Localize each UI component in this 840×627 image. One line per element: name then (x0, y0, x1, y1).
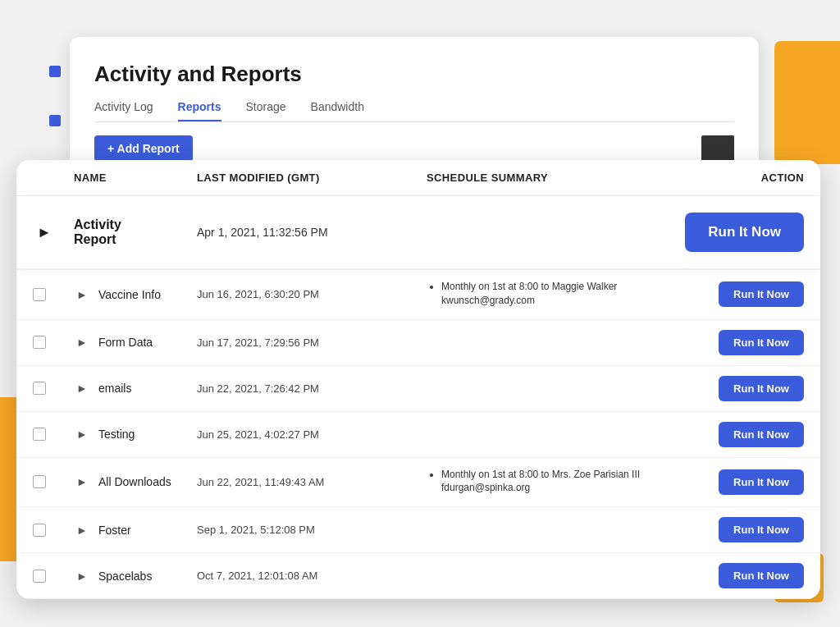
row-date: Jun 16, 2021, 6:30:20 PM (197, 288, 427, 300)
row-name: Foster (95, 524, 131, 537)
featured-run-button[interactable]: Run It Now (685, 213, 804, 252)
row-date: Jun 22, 2021, 11:49:43 AM (197, 476, 427, 488)
row-checkbox[interactable] (33, 336, 46, 349)
run-button[interactable]: Run It Now (719, 330, 804, 355)
row-checkbox-cell (33, 336, 74, 349)
row-name: Spacelabs (95, 570, 152, 583)
row-name: Vaccine Info (95, 288, 161, 301)
run-button[interactable]: Run It Now (719, 281, 804, 307)
table-row: ► Form Data Jun 17, 2021, 7:29:56 PM Run… (16, 320, 820, 366)
run-button[interactable]: Run It Now (719, 563, 804, 588)
row-action-cell: Run It Now (656, 330, 804, 355)
row-expand-chevron[interactable]: ► (74, 426, 90, 442)
row-schedule: Monthly on 1st at 8:00 to Maggie Walkerk… (427, 280, 656, 309)
row-schedule: Monthly on 1st at 8:00 to Mrs. Zoe Paris… (427, 468, 656, 497)
row-expand-chevron[interactable]: ► (74, 380, 90, 396)
row-checkbox-cell (33, 475, 74, 488)
yellow-accent-right (774, 41, 840, 164)
header-schedule-summary: SCHEDULE SUMMARY (427, 172, 656, 184)
back-card: Activity and Reports Activity Log Report… (70, 37, 759, 178)
featured-row-nav: ► (33, 221, 74, 244)
row-checkbox[interactable] (33, 570, 46, 583)
featured-row-chevron[interactable]: ► (33, 221, 56, 244)
row-name-col: ► Spacelabs (74, 568, 197, 584)
featured-action-cell: Run It Now (656, 213, 804, 252)
run-button[interactable]: Run It Now (719, 469, 804, 495)
tab-bar: Activity Log Reports Storage Bandwidth (94, 100, 734, 122)
row-checkbox[interactable] (33, 524, 46, 537)
header-name: NAME (74, 172, 197, 184)
row-action-cell: Run It Now (656, 422, 804, 447)
row-expand-chevron[interactable]: ► (74, 334, 90, 350)
row-date: Sep 1, 2021, 5:12:08 PM (197, 524, 427, 536)
row-checkbox[interactable] (33, 475, 46, 488)
table-row: ► Spacelabs Oct 7, 2021, 12:01:08 AM Run… (16, 553, 820, 599)
featured-row: ► ActivityReport Apr 1, 2021, 11:32:56 P… (16, 196, 820, 270)
row-date: Jun 22, 2021, 7:26:42 PM (197, 382, 427, 395)
row-name-col: ► All Downloads (74, 474, 197, 490)
row-action-cell: Run It Now (656, 517, 804, 542)
header-action: ACTION (656, 172, 804, 184)
table-row: ► Foster Sep 1, 2021, 5:12:08 PM Run It … (16, 507, 820, 553)
row-action-cell: Run It Now (656, 469, 804, 495)
header-checkbox-spacer (33, 172, 74, 184)
row-expand-chevron[interactable]: ► (74, 568, 90, 584)
row-checkbox-cell (33, 570, 74, 583)
row-action-cell: Run It Now (656, 563, 804, 588)
featured-row-name-col: ActivityReport (74, 217, 197, 247)
tab-bandwidth[interactable]: Bandwidth (311, 100, 364, 121)
row-name: emails (95, 382, 131, 395)
row-checkbox[interactable] (33, 288, 46, 301)
featured-report-name: ActivityReport (74, 217, 197, 247)
row-name: Form Data (95, 336, 153, 349)
tab-activity-log[interactable]: Activity Log (94, 100, 153, 121)
table-rows: ► Vaccine Info Jun 16, 2021, 6:30:20 PM … (16, 270, 820, 599)
blue-dot-mid (49, 115, 61, 126)
featured-report-date: Apr 1, 2021, 11:32:56 PM (197, 226, 427, 239)
table-row: ► All Downloads Jun 22, 2021, 11:49:43 A… (16, 458, 820, 508)
row-checkbox-cell (33, 524, 74, 537)
row-checkbox-cell (33, 428, 74, 441)
row-name-col: ► Testing (74, 426, 197, 442)
page-title: Activity and Reports (94, 62, 734, 87)
row-expand-chevron[interactable]: ► (74, 286, 90, 303)
run-button[interactable]: Run It Now (719, 422, 804, 447)
row-action-cell: Run It Now (656, 376, 804, 401)
tab-reports[interactable]: Reports (178, 100, 221, 121)
row-name: Testing (95, 428, 135, 441)
row-name-col: ► emails (74, 380, 197, 396)
table-row: ► Testing Jun 25, 2021, 4:02:27 PM Run I… (16, 412, 820, 458)
row-expand-chevron[interactable]: ► (74, 474, 90, 490)
table-header: NAME LAST MODIFIED (GMT) SCHEDULE SUMMAR… (16, 160, 820, 196)
table-row: ► Vaccine Info Jun 16, 2021, 6:30:20 PM … (16, 270, 820, 320)
row-date: Oct 7, 2021, 12:01:08 AM (197, 570, 427, 582)
row-action-cell: Run It Now (656, 281, 804, 307)
table-row: ► emails Jun 22, 2021, 7:26:42 PM Run It… (16, 366, 820, 412)
row-name: All Downloads (95, 475, 171, 488)
header-last-modified: LAST MODIFIED (GMT) (197, 172, 427, 184)
run-button[interactable]: Run It Now (719, 376, 804, 401)
row-checkbox-cell (33, 288, 74, 301)
row-date: Jun 25, 2021, 4:02:27 PM (197, 428, 427, 441)
row-name-col: ► Foster (74, 522, 197, 538)
reports-table-card: NAME LAST MODIFIED (GMT) SCHEDULE SUMMAR… (16, 160, 820, 599)
blue-dot-top (49, 66, 61, 77)
run-button[interactable]: Run It Now (719, 517, 804, 542)
row-expand-chevron[interactable]: ► (74, 522, 90, 538)
row-name-col: ► Form Data (74, 334, 197, 350)
tab-storage[interactable]: Storage (246, 100, 286, 121)
row-date: Jun 17, 2021, 7:29:56 PM (197, 336, 427, 349)
row-name-col: ► Vaccine Info (74, 286, 197, 303)
row-checkbox[interactable] (33, 428, 46, 441)
row-checkbox-cell (33, 382, 74, 395)
add-report-button[interactable]: + Add Report (94, 135, 193, 162)
row-checkbox[interactable] (33, 382, 46, 395)
